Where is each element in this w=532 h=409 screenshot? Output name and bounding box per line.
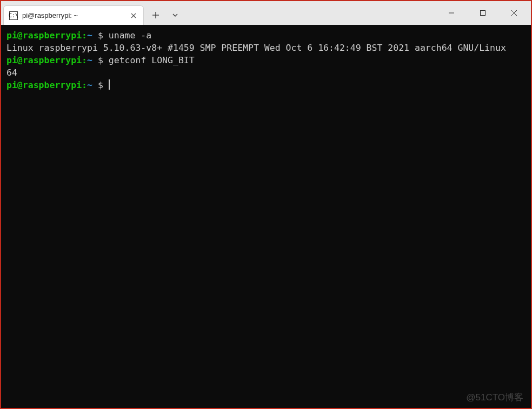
new-tab-button[interactable] xyxy=(146,5,165,25)
close-icon xyxy=(131,13,136,18)
cursor xyxy=(109,79,110,90)
maximize-icon xyxy=(480,10,486,16)
prompt-user: pi@raspberrypi xyxy=(6,30,82,41)
output-text: 64 xyxy=(6,68,17,78)
terminal-content[interactable]: pi@raspberrypi:~ $ uname -aLinux raspber… xyxy=(1,25,531,408)
command-text: uname -a xyxy=(109,30,151,41)
terminal-line: 64 xyxy=(6,66,526,79)
prompt-path: ~ xyxy=(87,55,92,65)
prompt-path: ~ xyxy=(87,30,92,41)
prompt-user: pi@raspberrypi xyxy=(6,80,82,90)
tab-area: C:\ pi@raspberrypi: ~ xyxy=(1,1,436,25)
prompt-dollar: $ xyxy=(92,55,109,65)
maximize-button[interactable] xyxy=(467,2,498,24)
terminal-icon: C:\ xyxy=(9,11,18,20)
prompt-separator: : xyxy=(82,30,87,41)
tab-close-button[interactable] xyxy=(129,11,138,20)
title-bar: C:\ pi@raspberrypi: ~ xyxy=(1,1,531,25)
tab-title: pi@raspberrypi: ~ xyxy=(22,11,125,19)
close-window-button[interactable] xyxy=(498,2,530,24)
terminal-window: C:\ pi@raspberrypi: ~ xyxy=(0,0,532,409)
command-text: getconf LONG_BIT xyxy=(109,55,195,65)
window-controls xyxy=(436,1,531,25)
terminal-line: pi@raspberrypi:~ $ getconf LONG_BIT xyxy=(6,54,526,66)
prompt-user: pi@raspberrypi xyxy=(6,55,82,65)
active-tab[interactable]: C:\ pi@raspberrypi: ~ xyxy=(3,5,144,25)
watermark: @51CTO博客 xyxy=(466,391,523,404)
output-text: Linux raspberrypi 5.10.63-v8+ #1459 SMP … xyxy=(6,43,506,53)
prompt-separator: : xyxy=(82,80,87,90)
minimize-button[interactable] xyxy=(436,2,467,24)
prompt-dollar: $ xyxy=(92,80,109,90)
terminal-line: Linux raspberrypi 5.10.63-v8+ #1459 SMP … xyxy=(6,42,526,54)
terminal-line: pi@raspberrypi:~ $ uname -a xyxy=(6,29,526,42)
chevron-down-icon xyxy=(172,12,178,18)
prompt-separator: : xyxy=(82,55,87,65)
tab-dropdown-button[interactable] xyxy=(165,5,185,25)
prompt-dollar: $ xyxy=(92,30,109,41)
close-icon xyxy=(511,10,517,16)
minimize-icon xyxy=(448,10,455,16)
plus-icon xyxy=(152,11,159,19)
svg-rect-5 xyxy=(481,11,486,16)
prompt-path: ~ xyxy=(87,80,92,90)
terminal-line: pi@raspberrypi:~ $ xyxy=(6,79,526,91)
